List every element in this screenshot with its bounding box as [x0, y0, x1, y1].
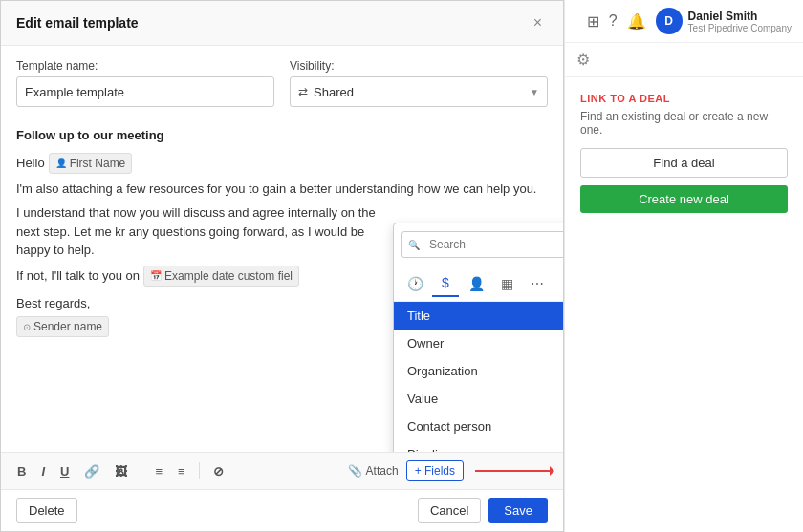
list-ordered-button[interactable]: ≡: [173, 461, 190, 481]
attach-button[interactable]: 📎 Attach: [348, 464, 399, 478]
form-section: Template name: Visibility: ⇄ Shared ▼: [1, 46, 563, 107]
dropdown-search-wrapper: [394, 223, 563, 266]
first-name-placeholder: First Name: [70, 155, 126, 172]
date-placeholder: Example date custom fiel: [164, 267, 293, 285]
modal-body: Template name: Visibility: ⇄ Shared ▼ Fo: [1, 46, 563, 452]
tab-recent[interactable]: 🕐: [402, 270, 428, 297]
dropdown-item-contact[interactable]: Contact person: [394, 413, 563, 440]
right-sidebar: ⊞ ? 🔔 D Daniel Smith Test Pipedrive Comp…: [564, 0, 803, 532]
toolbar-footer: B I U 🔗 🖼 ≡ ≡ ⊘ 📎 Attach + Fields: [1, 452, 563, 489]
email-section-title: Follow up to our meeting: [16, 126, 548, 145]
toolbar-actions: 📎 Attach + Fields: [348, 460, 552, 481]
toolbar-divider2: [199, 462, 200, 479]
dropdown-item-value[interactable]: Value: [394, 385, 563, 413]
sender-chip[interactable]: ⊙ Sender name: [16, 316, 109, 337]
close-button[interactable]: ×: [528, 12, 548, 33]
fields-button[interactable]: + Fields: [406, 460, 464, 481]
hello-label: Hello: [16, 154, 45, 173]
clear-format-button[interactable]: ⊘: [208, 461, 228, 481]
edit-template-modal: Edit email template × Template name: Vis…: [0, 0, 564, 532]
share-icon: ⇄: [298, 85, 308, 98]
chevron-down-icon: ▼: [530, 87, 539, 97]
search-inner: [402, 231, 563, 258]
form-row: Template name: Visibility: ⇄ Shared ▼: [16, 59, 548, 107]
save-button[interactable]: Save: [488, 498, 548, 523]
if-not-label: If not, I'll talk to you on: [16, 266, 140, 286]
person-icon: 👤: [55, 156, 67, 170]
modal-header: Edit email template ×: [1, 1, 563, 46]
fields-search-input[interactable]: [402, 231, 563, 258]
first-name-chip[interactable]: 👤 First Name: [49, 153, 133, 174]
arrow-indicator: [475, 470, 552, 472]
tab-more[interactable]: ⋯: [524, 270, 551, 297]
underline-button[interactable]: U: [55, 461, 74, 481]
tab-org[interactable]: ▦: [493, 270, 520, 297]
dropdown-tabs: 🕐 $ 👤 ▦ ⋯: [394, 266, 563, 302]
calendar-icon: 📅: [150, 268, 162, 283]
link-deal-title: LINK TO A DEAL: [580, 93, 788, 104]
avatar-initials: D: [664, 14, 673, 28]
grid-icon[interactable]: ⊞: [587, 12, 599, 31]
image-button[interactable]: 🖼: [110, 461, 132, 481]
visibility-selected: ⇄ Shared: [298, 85, 354, 99]
question-icon[interactable]: ?: [609, 12, 618, 30]
sidebar-content: LINK TO A DEAL Find an existing deal or …: [565, 77, 803, 228]
dropdown-item-organization[interactable]: Organization: [394, 357, 563, 385]
visibility-label: Visibility:: [290, 59, 548, 73]
dropdown-item-owner[interactable]: Owner: [394, 330, 563, 357]
link-deal-description: Find an existing deal or create a new on…: [580, 110, 788, 137]
user-company: Test Pipedrive Company: [688, 23, 792, 33]
toolbar-divider1: [141, 462, 141, 479]
gear-row: ⚙: [565, 43, 803, 77]
toolbar-formatting: B I U 🔗 🖼 ≡ ≡ ⊘: [12, 461, 228, 481]
link-button[interactable]: 🔗: [79, 461, 104, 481]
delete-button[interactable]: Delete: [16, 498, 77, 523]
fields-dropdown: 🕐 $ 👤 ▦ ⋯ Title Owner Organization Value…: [393, 223, 563, 452]
list-bullet-button[interactable]: ≡: [150, 461, 167, 481]
template-name-input[interactable]: [16, 76, 274, 107]
tab-deal[interactable]: $: [432, 270, 459, 297]
create-deal-button[interactable]: Create new deal: [580, 185, 788, 213]
dropdown-item-pipeline[interactable]: Pipeline: [394, 440, 563, 452]
user-avatar: D: [656, 8, 683, 34]
sender-icon: ⊙: [23, 320, 31, 334]
visibility-group: Visibility: ⇄ Shared ▼: [290, 59, 548, 107]
modal-title: Edit email template: [16, 15, 139, 31]
user-name: Daniel Smith: [688, 10, 792, 23]
sender-placeholder: Sender name: [33, 318, 102, 335]
modal-actions: Delete Cancel Save: [1, 489, 563, 531]
bell-icon[interactable]: 🔔: [627, 12, 646, 31]
paragraph1: I'm also attaching a few resources for y…: [16, 180, 548, 199]
gear-icon[interactable]: ⚙: [576, 52, 590, 68]
visibility-dropdown[interactable]: ⇄ Shared ▼: [290, 76, 548, 107]
attach-icon: 📎: [348, 464, 362, 478]
dropdown-item-title[interactable]: Title: [394, 302, 563, 330]
action-buttons: Cancel Save: [418, 498, 548, 523]
template-name-label: Template name:: [16, 59, 274, 73]
date-chip[interactable]: 📅 Example date custom fiel: [143, 266, 299, 287]
visibility-value: Shared: [314, 85, 354, 99]
dropdown-list: Title Owner Organization Value Contact p…: [394, 302, 563, 452]
attach-label: Attach: [366, 464, 399, 478]
hello-line: Hello 👤 First Name: [16, 153, 548, 174]
find-deal-button[interactable]: Find a deal: [580, 148, 788, 178]
bold-button[interactable]: B: [12, 461, 31, 481]
user-info: D Daniel Smith Test Pipedrive Company: [656, 8, 792, 34]
user-text: Daniel Smith Test Pipedrive Company: [688, 10, 792, 33]
italic-button[interactable]: I: [36, 461, 50, 481]
sidebar-topbar: ⊞ ? 🔔 D Daniel Smith Test Pipedrive Comp…: [565, 0, 803, 43]
paragraph2: I understand that now you will discuss a…: [16, 203, 389, 260]
name-group: Template name:: [16, 59, 274, 107]
tab-person[interactable]: 👤: [463, 270, 489, 297]
cancel-button[interactable]: Cancel: [418, 498, 481, 523]
